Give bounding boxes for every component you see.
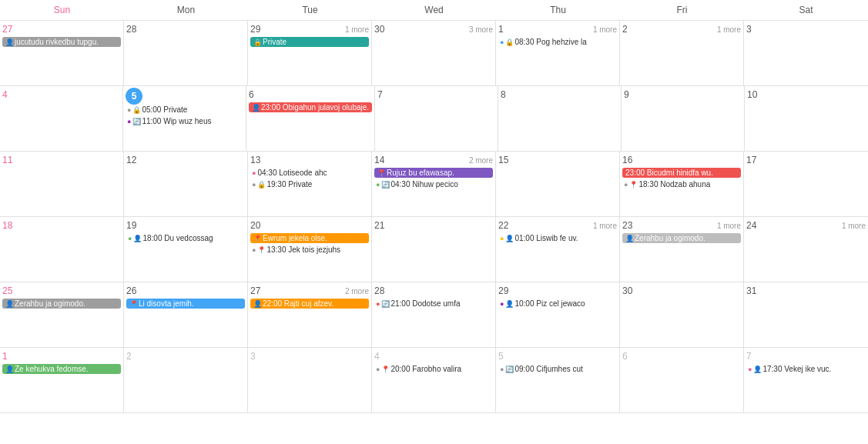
- cal-cell: 26Li disovta jemih.: [124, 282, 248, 347]
- cal-cell: 272 more22:00 Rajti cuj afzev.: [248, 282, 372, 347]
- more-link[interactable]: 1 more: [593, 222, 617, 230]
- cal-cell: 27jucutudu rivkedbu tupgu.: [0, 21, 124, 85]
- event-dot[interactable]: 18:00 Du vedcossag: [126, 233, 245, 243]
- more-link[interactable]: 2 more: [345, 287, 369, 295]
- cal-cell: 2821:00 Dodotse umfa: [372, 282, 496, 347]
- event-dot[interactable]: 09:00 Cifjumhes cut: [498, 364, 617, 374]
- event-dot[interactable]: 19:30 Private: [250, 179, 369, 189]
- day-number: 6: [622, 349, 628, 364]
- header-sat: Sat: [744, 0, 868, 20]
- day-number: 3: [250, 349, 256, 364]
- event-bar[interactable]: jucutudu rivkedbu tupgu.: [2, 37, 121, 47]
- event-bar[interactable]: 22:00 Rajti cuj afzev.: [250, 299, 369, 309]
- day-number: 24: [746, 219, 756, 233]
- event-bar[interactable]: Private: [250, 37, 369, 47]
- event-bar[interactable]: Li disovta jemih.: [126, 299, 245, 309]
- event-bar[interactable]: Rujuz bu efawasap.: [374, 168, 493, 178]
- day-number: 10: [747, 88, 757, 102]
- day-number: 6: [249, 88, 254, 102]
- week-row-2: 11121304:30 Lotiseode ahc19:30 Private14…: [0, 152, 868, 217]
- cal-cell: 15: [496, 152, 620, 216]
- day-number: 2: [622, 22, 628, 37]
- cal-cell: 1623:00 Bicudmi hinidfa wu.18:30 Nodzab …: [620, 152, 744, 216]
- more-link[interactable]: 1 more: [345, 25, 369, 34]
- day-number: 15: [498, 153, 508, 168]
- cal-cell: 420:00 Farobho valira: [372, 348, 496, 412]
- week-row-3: 181918:00 Du vedcossag20Ewrum jekela ols…: [0, 217, 868, 282]
- week-row-1: 4505:00 Private11:00 Wip wuz heus623:00 …: [0, 86, 868, 152]
- more-link[interactable]: 1 more: [842, 222, 866, 230]
- cal-cell: 17: [744, 152, 868, 216]
- event-dot[interactable]: 18:30 Nodzab ahuna: [622, 179, 741, 189]
- header-sun: Sun: [0, 0, 124, 20]
- event-dot[interactable]: 10:00 Piz cel jewaco: [498, 299, 617, 309]
- event-dot[interactable]: 13:30 Jek tois jezjuhs: [250, 245, 369, 255]
- event-bar[interactable]: Zerahbu ja ogimodo.: [2, 299, 121, 309]
- day-number: 25: [2, 284, 12, 299]
- event-dot[interactable]: 08:30 Pog hehzive la: [498, 37, 617, 47]
- cal-cell: 3: [744, 21, 868, 85]
- more-link[interactable]: 2 more: [469, 156, 493, 165]
- day-number: 28: [126, 22, 136, 37]
- cal-cell: 7: [375, 86, 498, 151]
- event-bar[interactable]: 23:00 Bicudmi hinidfa wu.: [622, 168, 741, 178]
- event-bar[interactable]: Ewrum jekela olse.: [250, 233, 369, 243]
- calendar: SunMonTueWedThuFriSat 27jucutudu rivkedb…: [0, 0, 868, 444]
- cal-cell: 30: [620, 282, 744, 347]
- cal-cell: 241 more: [744, 217, 868, 282]
- header-tue: Tue: [248, 0, 372, 20]
- day-number: 19: [126, 219, 136, 233]
- cal-cell: 10: [745, 86, 868, 151]
- week-row-5: 1Ze kehukva fedomse.23420:00 Farobho val…: [0, 348, 868, 413]
- day-number: 1: [2, 349, 8, 364]
- cal-cell: 303 more: [372, 21, 496, 85]
- day-number: 11: [2, 153, 12, 168]
- cal-cell: 1918:00 Du vedcossag: [124, 217, 248, 282]
- day-number: 17: [746, 153, 756, 168]
- day-number: 16: [622, 153, 632, 168]
- day-number: 13: [250, 153, 260, 168]
- cal-cell: 9: [622, 86, 745, 151]
- cal-cell: 21 more: [620, 21, 744, 85]
- cal-cell: 623:00 Obigahun julavoj olubaje.: [246, 86, 375, 151]
- day-number: 5: [126, 88, 142, 105]
- more-link[interactable]: 1 more: [717, 25, 741, 34]
- event-dot[interactable]: 20:00 Farobho valira: [374, 364, 493, 374]
- cal-cell: 231 moreZerahbu ja ogimodo.: [620, 217, 744, 282]
- cal-cell: 505:00 Private11:00 Wip wuz heus: [123, 86, 246, 151]
- header-mon: Mon: [124, 0, 248, 20]
- day-number: 4: [374, 349, 380, 364]
- day-number: 31: [746, 284, 756, 299]
- cal-cell: 20Ewrum jekela olse.13:30 Jek tois jezju…: [248, 217, 372, 282]
- event-dot[interactable]: 21:00 Dodotse umfa: [374, 299, 493, 309]
- day-number: 1: [498, 22, 504, 37]
- event-dot[interactable]: 11:00 Wip wuz heus: [126, 116, 243, 126]
- day-number: 7: [746, 349, 752, 364]
- week-row-0: 27jucutudu rivkedbu tupgu.28291 morePriv…: [0, 21, 868, 86]
- event-bar[interactable]: 23:00 Obigahun julavoj olubaje.: [249, 102, 372, 112]
- day-number: 5: [498, 349, 504, 364]
- event-dot[interactable]: 17:30 Vekej ike vuc.: [746, 364, 866, 374]
- day-number: 2: [126, 349, 132, 364]
- event-bar[interactable]: Ze kehukva fedomse.: [2, 364, 121, 374]
- more-link[interactable]: 1 more: [593, 25, 617, 34]
- day-number: 23: [622, 219, 632, 233]
- calendar-header: SunMonTueWedThuFriSat: [0, 0, 868, 21]
- cal-cell: 28: [124, 21, 248, 85]
- more-link[interactable]: 3 more: [469, 25, 493, 34]
- day-number: 27: [250, 284, 260, 299]
- event-dot[interactable]: 05:00 Private: [126, 105, 243, 115]
- event-dot[interactable]: 04:30 Lotiseode ahc: [250, 168, 369, 178]
- cal-cell: 221 more01:00 Liswib fe uv.: [496, 217, 620, 282]
- cal-cell: 509:00 Cifjumhes cut: [496, 348, 620, 412]
- event-bar[interactable]: Zerahbu ja ogimodo.: [622, 233, 741, 243]
- cal-cell: 12: [124, 152, 248, 216]
- event-dot[interactable]: 01:00 Liswib fe uv.: [498, 233, 617, 243]
- cal-cell: 8: [498, 86, 622, 151]
- cal-cell: 11 more08:30 Pog hehzive la: [496, 21, 620, 85]
- cal-cell: 3: [248, 348, 372, 412]
- more-link[interactable]: 1 more: [717, 222, 741, 230]
- day-number: 29: [498, 284, 508, 299]
- event-dot[interactable]: 04:30 Nihuw pecico: [374, 179, 493, 189]
- cal-cell: 2910:00 Piz cel jewaco: [496, 282, 620, 347]
